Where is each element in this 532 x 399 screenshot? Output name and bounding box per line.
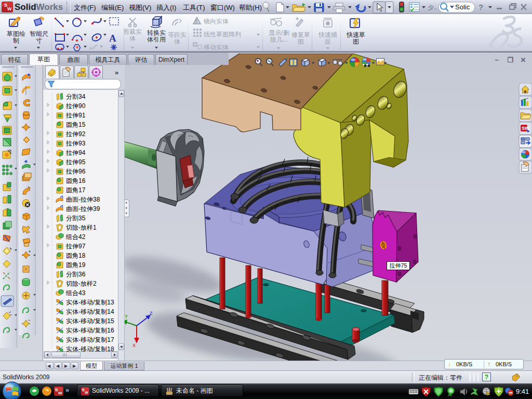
svg-text:实体-移动/复制17: 实体-移动/复制17 xyxy=(66,336,114,343)
svg-text:拉伸93: 拉伸93 xyxy=(65,140,86,147)
svg-text:组合43: 组合43 xyxy=(65,289,86,297)
svg-text:S: S xyxy=(82,388,85,392)
svg-text:拉伸96: 拉伸96 xyxy=(65,168,86,175)
svg-text:圆角17: 圆角17 xyxy=(66,187,86,194)
svg-text:SW: SW xyxy=(522,126,529,131)
svg-text:圆角15: 圆角15 xyxy=(66,121,86,128)
svg-text:»: » xyxy=(65,386,69,394)
svg-text:组合42: 组合42 xyxy=(65,233,86,241)
svg-text:切除-放样2: 切除-放样2 xyxy=(65,280,97,287)
svg-text:实体-移动/复制13: 实体-移动/复制13 xyxy=(66,299,114,306)
svg-text:Y: Y xyxy=(125,314,128,319)
svg-text:W: W xyxy=(7,6,12,11)
svg-text:实体-移动/复制14: 实体-移动/复制14 xyxy=(66,308,114,315)
svg-text:W: W xyxy=(58,391,62,395)
svg-text:拉伸95: 拉伸95 xyxy=(65,158,86,166)
svg-text:!: ! xyxy=(195,19,197,24)
svg-text:曲面-拉伸38: 曲面-拉伸38 xyxy=(66,196,100,203)
svg-text:少..: 少.. xyxy=(428,4,437,10)
svg-text:实体-移动/复制18: 实体-移动/复制18 xyxy=(66,345,114,352)
svg-text:拉伸91: 拉伸91 xyxy=(65,112,86,119)
svg-text:Z: Z xyxy=(150,311,153,316)
svg-text:A: A xyxy=(109,33,116,44)
svg-text:!: ! xyxy=(487,392,488,396)
svg-text:拉伸97: 拉伸97 xyxy=(65,243,86,250)
svg-text:分割35: 分割35 xyxy=(66,215,86,222)
svg-text:曲面-拉伸39: 曲面-拉伸39 xyxy=(66,205,100,212)
svg-text:?: ? xyxy=(478,3,483,11)
svg-text:圆角18: 圆角18 xyxy=(66,252,86,259)
svg-text:圆角19: 圆角19 xyxy=(66,261,86,269)
svg-text:拉伸90: 拉伸90 xyxy=(65,102,86,110)
svg-text:分割34: 分割34 xyxy=(66,93,86,100)
svg-text:分割36: 分割36 xyxy=(66,271,86,278)
svg-text:实体-移动/复制15: 实体-移动/复制15 xyxy=(66,317,114,325)
svg-text:Solic: Solic xyxy=(455,3,470,11)
svg-text:拉伸94: 拉伸94 xyxy=(65,149,86,156)
svg-text:W: W xyxy=(85,391,88,395)
svg-text:实体-移动/复制16: 实体-移动/复制16 xyxy=(66,327,114,334)
svg-text:X: X xyxy=(132,343,136,348)
svg-text:切除-放样1: 切除-放样1 xyxy=(65,224,97,231)
svg-text:圆角16: 圆角16 xyxy=(66,177,86,184)
svg-text:拉伸92: 拉伸92 xyxy=(65,130,86,138)
